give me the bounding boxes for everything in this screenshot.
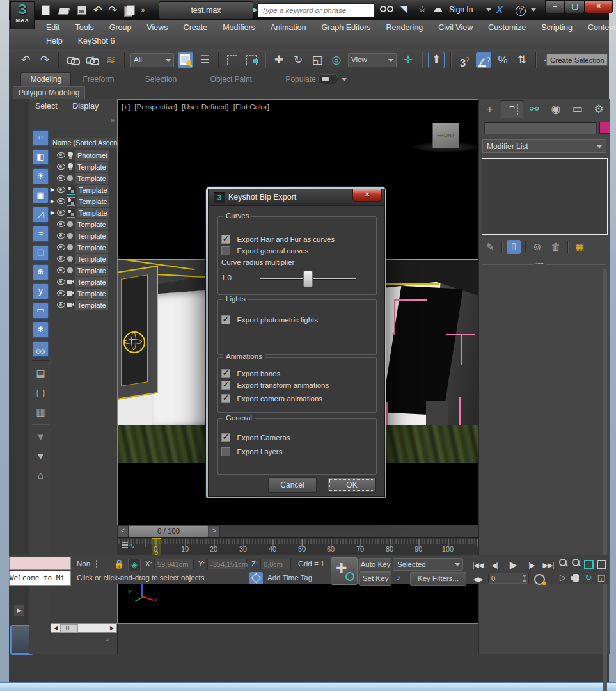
scene-node-label[interactable]: Template	[75, 300, 108, 310]
visibility-eye-icon[interactable]	[57, 221, 65, 227]
x-coordinate-field[interactable]: 59,941cm	[154, 559, 194, 569]
display-shapes-filter-button[interactable]: ❏	[33, 245, 49, 261]
use-pivot-center-icon[interactable]: ✛	[400, 52, 416, 68]
close-button[interactable]: ×	[585, 0, 613, 13]
visibility-eye-icon[interactable]	[57, 198, 65, 204]
new-file-icon[interactable]	[40, 5, 51, 15]
expand-arrow-icon[interactable]: ▶	[51, 210, 56, 216]
menu-views[interactable]: Views	[139, 20, 175, 35]
menu-keyshot[interactable]: KeyShot 6	[70, 34, 123, 48]
z-coordinate-field[interactable]: 0,0cm	[260, 559, 291, 569]
display-spacewarps-filter-button[interactable]: ≈	[33, 226, 49, 242]
cancel-button[interactable]: Cancel	[268, 477, 317, 493]
visibility-eye-icon[interactable]	[57, 302, 65, 308]
hierarchy-tab-icon[interactable]: ⚯	[523, 100, 545, 118]
search-icon[interactable]	[380, 4, 393, 14]
export-transform-animations-checkbox[interactable]	[221, 381, 230, 390]
undo-scene-icon[interactable]: ↶	[18, 52, 33, 68]
minimize-button[interactable]: –	[545, 0, 565, 13]
display-hidden-filter-button[interactable]	[33, 341, 49, 357]
display-tab-icon[interactable]: ▭	[567, 100, 588, 118]
select-place-icon[interactable]: ◎	[329, 52, 344, 68]
list-view-button[interactable]: ▤	[33, 366, 49, 382]
viewport-menu-pov[interactable]: [Perspective]	[134, 103, 177, 111]
menu-customize[interactable]: Customize	[480, 20, 533, 35]
bind-spacewarp-icon[interactable]: ≋	[103, 52, 118, 68]
scene-node-label[interactable]: Template	[77, 208, 109, 218]
collection-basket-icon[interactable]: ⌂	[33, 468, 49, 484]
display-containers-filter-button[interactable]: ⊕	[33, 264, 49, 280]
scene-node-label[interactable]: Template	[75, 289, 108, 299]
menu-animation[interactable]: Animation	[263, 20, 314, 35]
filter-funnel-icon[interactable]: ▼	[33, 449, 49, 465]
export-hair-fur-checkbox[interactable]	[221, 235, 230, 244]
track-bar[interactable]: 0 10 20 30 40 50 60 70 80 90 100 0 ∿	[117, 537, 478, 555]
scene-node-label[interactable]: Template	[75, 266, 108, 276]
previous-frame-button[interactable]: <	[117, 525, 129, 537]
maxscript-listener-pink[interactable]	[9, 557, 71, 570]
explorer-overflow-chevron[interactable]: »	[111, 116, 115, 123]
select-scale-icon[interactable]: ◱	[310, 52, 325, 68]
redo-scene-icon[interactable]: ↷	[37, 52, 52, 68]
object-color-swatch[interactable]	[599, 122, 610, 134]
selection-lock-region-icon[interactable]	[94, 559, 106, 570]
unlink-selection-icon[interactable]	[84, 52, 99, 68]
panel-scrollbar[interactable]	[603, 269, 607, 691]
export-photometric-lights-checkbox[interactable]	[221, 315, 230, 324]
selection-set-dropdown[interactable]: Selected	[393, 558, 463, 571]
modify-tab-icon[interactable]	[501, 100, 524, 118]
menu-help[interactable]: Help	[38, 34, 70, 48]
display-groups-filter-button[interactable]: ▭	[33, 303, 49, 319]
time-configuration-icon[interactable]	[533, 573, 545, 584]
scroll-right-icon[interactable]: ▶	[108, 624, 116, 631]
menu-group[interactable]: Group	[102, 20, 139, 35]
visibility-eye-icon[interactable]	[57, 290, 65, 296]
modifier-list-dropdown[interactable]: Modifier List	[482, 139, 606, 153]
export-bones-checkbox[interactable]	[221, 369, 230, 378]
polygon-modeling-panel-tab[interactable]: Polygon Modeling	[13, 86, 85, 99]
slider-handle[interactable]	[303, 271, 313, 287]
scene-node-label[interactable]: Photomet	[75, 150, 109, 161]
add-time-tag-label[interactable]: Add Time Tag	[267, 574, 312, 582]
dialog-title-bar[interactable]: 3 Keyshot Bip Export ×	[209, 189, 384, 206]
sign-in-caret-icon[interactable]	[486, 8, 491, 12]
make-unique-icon[interactable]: ⊚	[530, 240, 544, 254]
communication-center-icon[interactable]: ◥	[400, 4, 407, 14]
ribbon-minimize-caret-icon[interactable]	[342, 78, 347, 81]
mini-curve-editor-icon[interactable]: ∿	[122, 541, 139, 552]
maximize-button[interactable]: ▢	[565, 0, 585, 13]
display-helpers-filter-button[interactable]: ◿	[33, 207, 49, 223]
visibility-eye-icon[interactable]	[57, 267, 65, 273]
expand-arrow-icon[interactable]: ▶	[51, 187, 56, 193]
previous-frame-icon[interactable]: ◀|	[487, 559, 501, 571]
undo-icon[interactable]: ↶	[93, 5, 102, 15]
select-move-icon[interactable]: ✚	[271, 52, 287, 68]
motion-tab-icon[interactable]: ◉	[545, 100, 567, 118]
scene-node-label[interactable]: Template	[77, 196, 109, 207]
remove-modifier-trash-icon[interactable]: 🗑	[549, 240, 563, 254]
favorites-star-icon[interactable]: ☆	[418, 4, 427, 14]
visibility-eye-icon[interactable]	[57, 256, 65, 262]
menu-civil-view[interactable]: Civil View	[430, 20, 480, 35]
go-to-start-icon[interactable]: |◀◀	[470, 559, 486, 571]
window-crossing-icon[interactable]	[244, 52, 259, 68]
panel-divider[interactable]	[482, 264, 606, 265]
zoom-extents-all-icon[interactable]	[596, 558, 607, 569]
visibility-eye-icon[interactable]	[57, 233, 65, 239]
user-icon[interactable]	[436, 4, 442, 14]
help-caret-icon[interactable]	[531, 8, 536, 12]
utilities-tab-icon[interactable]: ⚙	[588, 100, 610, 118]
display-frozen-filter-button[interactable]: ❄	[33, 322, 49, 338]
explorer-menu-select[interactable]: Select	[29, 99, 64, 113]
frame-nudge-icon[interactable]: ◀▶	[470, 573, 486, 585]
menu-edit[interactable]: Edit	[38, 20, 68, 35]
ribbon-tab-modeling[interactable]: Modeling	[20, 72, 71, 86]
orbit-icon[interactable]: ↻	[583, 572, 594, 584]
display-lights-filter-button[interactable]: ☀	[33, 168, 49, 184]
time-tag-cube-icon[interactable]	[249, 572, 263, 584]
select-by-name-icon[interactable]: ☰	[197, 52, 212, 68]
redo-icon[interactable]: ↷	[108, 5, 116, 15]
ok-button[interactable]: OK	[328, 477, 376, 493]
dialog-close-button[interactable]: ×	[352, 189, 382, 202]
menu-tools[interactable]: Tools	[68, 20, 102, 35]
